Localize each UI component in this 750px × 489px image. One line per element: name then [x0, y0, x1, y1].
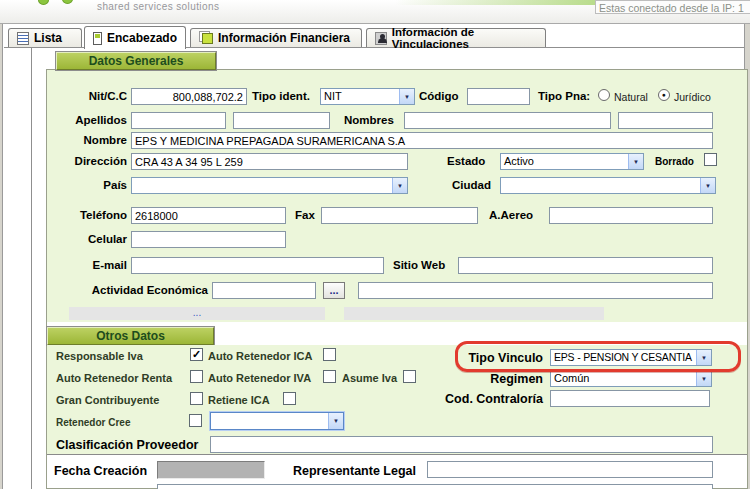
- nit-input[interactable]: 800,088,702.2: [131, 88, 247, 105]
- panel-separator-highlight: [47, 456, 747, 457]
- auto-retenedor-ica-checkbox[interactable]: [323, 348, 336, 361]
- tab-informacion-vinculaciones[interactable]: Información de Vinculaciones: [366, 28, 546, 47]
- juridico-label: Jurídico: [674, 91, 711, 103]
- datos-generales-header: Datos Generales: [56, 52, 216, 70]
- auto-retenedor-renta-label: Auto Retenedor Renta: [56, 372, 172, 384]
- auto-retenedor-ica-label: Auto Retenedor ICA: [208, 350, 313, 362]
- tab-label: Información Financiera: [218, 31, 350, 45]
- ciudad-select[interactable]: ▼: [500, 177, 716, 194]
- tab-label: Encabezado: [107, 31, 177, 45]
- auto-retenedor-iva-checkbox[interactable]: [323, 370, 336, 383]
- cod-contraloria-label: Cod. Contraloría: [420, 392, 543, 406]
- borrado-checkbox[interactable]: [704, 153, 717, 166]
- codigo-label: Código: [419, 90, 459, 102]
- application-window: shared services solutions Estas conectad…: [0, 0, 750, 489]
- email-label: E-mail: [60, 259, 127, 271]
- retenedor-cree-checkbox[interactable]: [189, 414, 202, 427]
- actividad-info-strip: [344, 307, 604, 320]
- asume-iva-label: Asume Iva: [342, 372, 397, 384]
- combo-arrow-icon[interactable]: ▼: [399, 89, 414, 104]
- gran-contribuyente-label: Gran Contribuyente: [56, 394, 159, 406]
- tab-informacion-financiera[interactable]: Información Financiera: [190, 28, 362, 47]
- actividad-codigo-input[interactable]: [212, 282, 316, 299]
- telefono-input[interactable]: 2618000: [131, 207, 286, 224]
- tipo-ident-label: Tipo ident.: [252, 90, 310, 102]
- person-icon: [375, 32, 387, 45]
- nombre-label: Nombre: [60, 134, 127, 146]
- fecha-creacion-field: [157, 461, 265, 479]
- nombre2-input[interactable]: [618, 112, 713, 129]
- combo-arrow-icon[interactable]: ▼: [700, 178, 715, 193]
- codigo-input[interactable]: [467, 88, 530, 105]
- clasificacion-proveedor-input[interactable]: [210, 436, 713, 453]
- window-frame-left: [0, 24, 3, 489]
- auto-retenedor-renta-checkbox[interactable]: [190, 370, 203, 383]
- header-green-accent: [395, 0, 595, 5]
- nit-label: Nit/C.C: [60, 90, 127, 102]
- brand-tagline: shared services solutions: [97, 1, 219, 12]
- actividad-info-strip: ...: [69, 307, 325, 320]
- gran-contribuyente-checkbox[interactable]: [190, 392, 203, 405]
- fecha-creacion-label: Fecha Creación: [54, 464, 147, 478]
- tipo-pna-label: Tipo Pna:: [538, 90, 590, 102]
- pais-label: País: [60, 179, 127, 191]
- auto-retenedor-iva-label: Auto Retenedor IVA: [208, 372, 311, 384]
- nombre-input[interactable]: EPS Y MEDICINA PREPAGADA SURAMERICANA S.…: [131, 132, 713, 149]
- retenedor-cree-select[interactable]: ▼: [210, 412, 344, 430]
- tab-label: Lista: [34, 31, 62, 45]
- combo-arrow-icon[interactable]: ▼: [696, 371, 711, 386]
- tab-encabezado[interactable]: Encabezado: [84, 26, 186, 49]
- pais-select[interactable]: ▼: [131, 177, 408, 194]
- actividad-descripcion-input[interactable]: [358, 282, 713, 299]
- ciudad-label: Ciudad: [452, 179, 491, 191]
- groupbox-border-highlight: [32, 48, 33, 489]
- tab-lista[interactable]: Lista: [8, 28, 82, 47]
- actividad-label: Actividad Económica: [60, 284, 208, 296]
- email-input[interactable]: [131, 257, 384, 274]
- bottom-partial-input[interactable]: [157, 484, 713, 489]
- combo-arrow-icon[interactable]: ▼: [696, 350, 711, 365]
- asume-iva-checkbox[interactable]: [403, 370, 416, 383]
- juridico-radio[interactable]: ●: [658, 89, 670, 101]
- fax-label: Fax: [295, 209, 315, 221]
- aereo-label: A.Aereo: [489, 209, 533, 221]
- retenedor-cree-label: Retenedor Cree: [56, 417, 130, 428]
- combo-arrow-icon[interactable]: ▼: [328, 413, 343, 429]
- tab-label: Información de Vinculaciones: [392, 26, 537, 50]
- list-icon: [17, 32, 29, 45]
- page-icon: [93, 32, 102, 45]
- fax-input[interactable]: [321, 207, 478, 224]
- regimen-label: Regimen: [443, 372, 543, 386]
- direccion-input[interactable]: CRA 43 A 34 95 L 259: [131, 153, 408, 170]
- apellido2-input[interactable]: [233, 112, 330, 129]
- estado-select[interactable]: Activo ▼: [500, 153, 644, 170]
- natural-radio[interactable]: [598, 89, 610, 101]
- actividad-browse-button[interactable]: ...: [323, 282, 345, 299]
- otros-datos-header: Otros Datos: [47, 327, 214, 345]
- nombres-label: Nombres: [344, 114, 394, 126]
- telefono-label: Teléfono: [60, 209, 127, 221]
- sitio-web-input[interactable]: [458, 257, 713, 274]
- tipo-ident-select[interactable]: NIT ▼: [320, 88, 415, 105]
- combo-arrow-icon[interactable]: ▼: [392, 178, 407, 193]
- responsable-iva-label: Responsable Iva: [56, 350, 143, 362]
- representante-legal-input[interactable]: [427, 461, 713, 478]
- celular-label: Celular: [60, 233, 127, 245]
- direccion-label: Dirección: [60, 155, 127, 167]
- retiene-ica-label: Retiene ICA: [208, 394, 270, 406]
- aereo-input[interactable]: [549, 207, 713, 224]
- sitio-web-label: Sitio Web: [393, 259, 445, 271]
- combo-arrow-icon[interactable]: ▼: [628, 154, 643, 169]
- apellido1-input[interactable]: [131, 112, 226, 129]
- retiene-ica-checkbox[interactable]: [283, 392, 296, 405]
- note-icon: [202, 33, 213, 44]
- tipo-vinculo-select[interactable]: EPS - PENSION Y CESANTIA ▼: [550, 349, 712, 366]
- clasificacion-proveedor-label: Clasificación Proveedor: [56, 438, 198, 452]
- celular-input[interactable]: [131, 231, 286, 248]
- representante-legal-label: Representante Legal: [293, 464, 416, 478]
- cod-contraloria-input[interactable]: [550, 390, 710, 407]
- nombres-input[interactable]: [404, 112, 611, 129]
- regimen-select[interactable]: Común ▼: [550, 370, 712, 387]
- responsable-iva-checkbox[interactable]: ✓: [190, 348, 203, 361]
- apellidos-label: Apellidos: [60, 114, 127, 126]
